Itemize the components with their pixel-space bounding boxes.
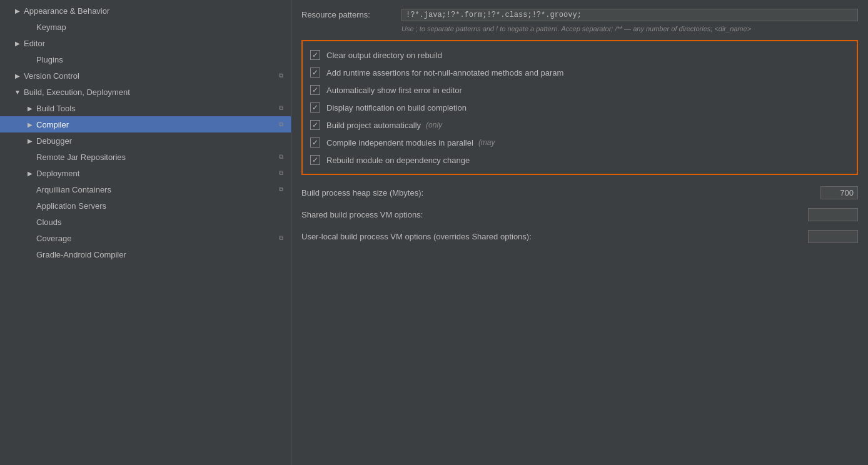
- checkbox-build-automatically[interactable]: [310, 120, 320, 130]
- sidebar-item-gradle-android[interactable]: Gradle-Android Compiler: [0, 246, 291, 262]
- resource-hint: Use ; to separate patterns and ! to nega…: [401, 25, 858, 32]
- field-label-user-local-vm: User-local build process VM options (ove…: [301, 232, 808, 241]
- sidebar-label-deployment: Deployment: [36, 169, 272, 178]
- checkbox-row-show-first-error: Automatically show first error in editor: [310, 81, 849, 99]
- sidebar-label-plugins: Plugins: [36, 55, 286, 64]
- sidebar-label-keymap: Keymap: [36, 22, 286, 32]
- arrow-editor: [13, 38, 23, 48]
- checkbox-row-rebuild-on-dependency: Rebuild module on dependency change: [310, 151, 849, 169]
- sidebar-item-compiler[interactable]: Compiler⧉: [0, 116, 291, 132]
- sidebar-label-debugger: Debugger: [36, 136, 286, 146]
- sidebar-label-gradle-android: Gradle-Android Compiler: [36, 250, 286, 259]
- arrow-build-execution: [13, 87, 23, 97]
- compiler-options-box: Clear output directory on rebuildAdd run…: [301, 40, 858, 175]
- copy-icon-arquillian: ⧉: [276, 184, 286, 194]
- checkbox-row-clear-output: Clear output directory on rebuild: [310, 46, 849, 64]
- sidebar-item-clouds[interactable]: Clouds: [0, 214, 291, 230]
- checkbox-display-notification[interactable]: [310, 102, 320, 112]
- sidebar-item-arquillian[interactable]: Arquillian Containers⧉: [0, 181, 291, 198]
- checkbox-compile-parallel[interactable]: [310, 138, 320, 148]
- sidebar-item-plugins[interactable]: Plugins: [0, 51, 291, 68]
- sidebar-item-keymap[interactable]: Keymap: [0, 19, 291, 35]
- sidebar-item-coverage[interactable]: Coverage⧉: [0, 230, 291, 246]
- sidebar-label-app-servers: Application Servers: [36, 201, 286, 211]
- bottom-section: Build process heap size (Mbytes):Shared …: [291, 180, 868, 258]
- sidebar-item-build-tools[interactable]: Build Tools⧉: [0, 100, 291, 116]
- sidebar-label-arquillian: Arquillian Containers: [36, 185, 272, 194]
- resource-patterns-input[interactable]: [401, 9, 858, 21]
- field-row-user-local-vm: User-local build process VM options (ove…: [301, 230, 858, 243]
- sidebar-label-coverage: Coverage: [36, 234, 272, 243]
- checkbox-row-display-notification: Display notification on build completion: [310, 99, 849, 116]
- sidebar-label-compiler: Compiler: [36, 120, 272, 129]
- sidebar-item-editor[interactable]: Editor: [0, 35, 291, 51]
- checkbox-runtime-assertions[interactable]: [310, 68, 320, 78]
- sidebar-label-build-tools: Build Tools: [36, 104, 272, 113]
- sidebar-label-editor: Editor: [24, 39, 286, 48]
- resource-patterns-row: Resource patterns:: [301, 6, 858, 21]
- sidebar-label-clouds: Clouds: [36, 218, 286, 227]
- field-row-shared-vm: Shared build process VM options:: [301, 208, 858, 221]
- resource-patterns-label: Resource patterns:: [301, 9, 401, 19]
- arrow-version-control: [13, 71, 23, 81]
- sidebar-item-debugger[interactable]: Debugger: [0, 132, 291, 149]
- copy-icon-coverage: ⧉: [276, 233, 286, 243]
- checkbox-label-rebuild-on-dependency: Rebuild module on dependency change: [326, 156, 470, 165]
- sidebar-item-remote-jar[interactable]: Remote Jar Repositories⧉: [0, 149, 291, 165]
- arrow-build-tools: [25, 103, 35, 113]
- sidebar-item-build-execution[interactable]: Build, Execution, Deployment: [0, 84, 291, 100]
- top-section: Resource patterns: Use ; to separate pat…: [291, 0, 868, 35]
- arrow-deployment: [25, 168, 35, 178]
- checkbox-row-compile-parallel: Compile independent modules in parallel(…: [310, 134, 849, 151]
- checkbox-row-build-automatically: Build project automatically(only: [310, 116, 849, 134]
- copy-icon-deployment: ⧉: [276, 168, 286, 178]
- checkbox-label-clear-output: Clear output directory on rebuild: [326, 51, 442, 60]
- copy-icon-remote-jar: ⧉: [276, 152, 286, 162]
- arrow-compiler: [25, 119, 35, 129]
- field-row-heap-size: Build process heap size (Mbytes):: [301, 186, 858, 199]
- sidebar-item-appearance[interactable]: Appearance & Behavior: [0, 2, 291, 19]
- sidebar-label-version-control: Version Control: [24, 71, 272, 81]
- checkbox-label-build-automatically: Build project automatically: [326, 121, 421, 130]
- field-input-user-local-vm[interactable]: [808, 230, 858, 243]
- checkbox-label-runtime-assertions: Add runtime assertions for not-null-anno…: [326, 68, 563, 78]
- settings-sidebar: Appearance & BehaviorKeymapEditorPlugins…: [0, 0, 291, 465]
- arrow-debugger: [25, 136, 35, 146]
- checkbox-label-compile-parallel: Compile independent modules in parallel: [326, 138, 473, 148]
- field-input-shared-vm[interactable]: [808, 208, 858, 221]
- checkbox-suffix-compile-parallel: (may: [478, 138, 495, 147]
- arrow-appearance: [13, 6, 23, 16]
- copy-icon-compiler: ⧉: [276, 119, 286, 129]
- sidebar-item-app-servers[interactable]: Application Servers: [0, 198, 291, 214]
- field-label-heap-size: Build process heap size (Mbytes):: [301, 188, 820, 198]
- sidebar-item-version-control[interactable]: Version Control⧉: [0, 68, 291, 84]
- main-content-area: Resource patterns: Use ; to separate pat…: [291, 0, 868, 465]
- sidebar-label-remote-jar: Remote Jar Repositories: [36, 152, 272, 162]
- checkbox-suffix-build-automatically: (only: [426, 121, 442, 129]
- checkbox-label-show-first-error: Automatically show first error in editor: [326, 86, 462, 95]
- copy-icon-build-tools: ⧉: [276, 103, 286, 113]
- copy-icon-version-control: ⧉: [276, 71, 286, 81]
- checkbox-label-display-notification: Display notification on build completion: [326, 103, 467, 112]
- checkbox-show-first-error[interactable]: [310, 85, 320, 95]
- sidebar-label-appearance: Appearance & Behavior: [24, 6, 286, 16]
- sidebar-item-deployment[interactable]: Deployment⧉: [0, 165, 291, 181]
- sidebar-label-build-execution: Build, Execution, Deployment: [24, 88, 286, 97]
- field-label-shared-vm: Shared build process VM options:: [301, 210, 808, 219]
- checkbox-clear-output[interactable]: [310, 50, 320, 60]
- checkbox-rebuild-on-dependency[interactable]: [310, 155, 320, 165]
- field-input-heap-size[interactable]: [820, 186, 858, 199]
- checkbox-row-runtime-assertions: Add runtime assertions for not-null-anno…: [310, 64, 849, 81]
